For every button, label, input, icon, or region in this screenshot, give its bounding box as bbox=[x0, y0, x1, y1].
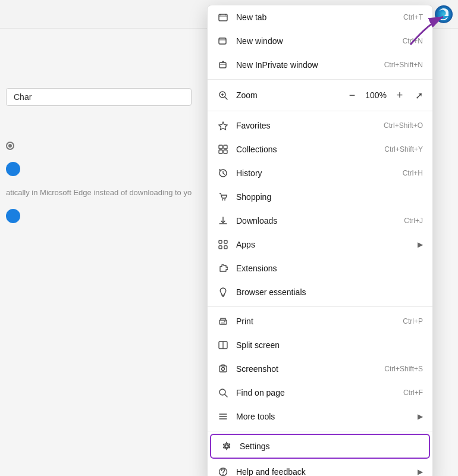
menu-item-favorites[interactable]: Favorites Ctrl+Shift+O bbox=[208, 114, 432, 137]
svg-rect-26 bbox=[224, 246, 227, 249]
divider-4 bbox=[208, 431, 432, 431]
zoom-label: Zoom bbox=[236, 90, 344, 100]
apps-label: Apps bbox=[236, 240, 413, 249]
svg-point-6 bbox=[435, 5, 453, 23]
help-arrow-icon: ▶ bbox=[418, 468, 423, 476]
menu-item-new-window[interactable]: New window Ctrl+N bbox=[208, 29, 432, 53]
history-icon bbox=[217, 167, 229, 179]
more-tools-label: More tools bbox=[236, 412, 413, 421]
zoom-plus-button[interactable]: + bbox=[391, 87, 408, 104]
help-icon bbox=[217, 466, 229, 476]
menu-item-split-screen[interactable]: Split screen bbox=[208, 333, 432, 357]
print-icon bbox=[217, 315, 229, 327]
menu-item-apps[interactable]: Apps ▶ bbox=[208, 233, 432, 256]
find-icon bbox=[217, 387, 229, 399]
svg-marker-15 bbox=[219, 122, 227, 130]
svg-rect-30 bbox=[221, 322, 225, 324]
blue-dot-2 bbox=[6, 209, 20, 223]
zoom-value: 100% bbox=[365, 90, 387, 100]
apps-icon bbox=[217, 239, 229, 250]
svg-rect-25 bbox=[219, 246, 222, 249]
shopping-icon bbox=[217, 191, 229, 203]
zoom-icon bbox=[217, 89, 229, 101]
menu-item-shopping[interactable]: Shopping bbox=[208, 185, 432, 209]
menu-item-inprivate[interactable]: New InPrivate window Ctrl+Shift+N bbox=[208, 53, 432, 77]
menu-item-new-tab[interactable]: New tab Ctrl+T bbox=[208, 5, 432, 29]
blue-dot-1 bbox=[6, 162, 20, 176]
svg-line-37 bbox=[225, 394, 227, 397]
svg-rect-16 bbox=[219, 145, 222, 149]
collections-shortcut: Ctrl+Shift+Y bbox=[384, 145, 423, 154]
menu-item-help[interactable]: Help and feedback ▶ bbox=[208, 460, 432, 476]
find-on-page-label: Find on page bbox=[236, 388, 394, 397]
more-tools-arrow-icon: ▶ bbox=[418, 412, 423, 421]
history-shortcut: Ctrl+H bbox=[403, 169, 423, 177]
menu-item-settings[interactable]: Settings bbox=[210, 434, 430, 459]
screenshot-label: Screenshot bbox=[236, 364, 375, 374]
collections-menu-icon bbox=[217, 143, 229, 155]
menu-item-more-tools[interactable]: More tools ▶ bbox=[208, 405, 432, 428]
zoom-row: Zoom − 100% + ➚ bbox=[208, 82, 432, 108]
favorites-label: Favorites bbox=[236, 121, 374, 130]
inprivate-shortcut: Ctrl+Shift+N bbox=[384, 61, 423, 69]
browser-essentials-icon bbox=[217, 286, 229, 298]
favorites-shortcut: Ctrl+Shift+O bbox=[384, 121, 423, 130]
svg-rect-9 bbox=[219, 38, 226, 44]
context-menu: New tab Ctrl+T New window Ctrl+N New InP… bbox=[207, 5, 433, 476]
svg-point-21 bbox=[222, 199, 223, 201]
svg-point-36 bbox=[219, 389, 225, 395]
downloads-shortcut: Ctrl+J bbox=[404, 217, 423, 225]
find-shortcut: Ctrl+F bbox=[403, 389, 423, 397]
help-label: Help and feedback bbox=[236, 467, 413, 476]
menu-item-extensions[interactable]: Extensions bbox=[208, 256, 432, 280]
menu-item-print[interactable]: Print Ctrl+P bbox=[208, 309, 432, 333]
new-tab-icon bbox=[217, 11, 229, 23]
svg-line-12 bbox=[225, 97, 227, 99]
content-description: atically in Microsoft Edge instead of do… bbox=[6, 188, 192, 197]
edge-logo bbox=[434, 5, 453, 24]
new-window-label: New window bbox=[236, 36, 393, 46]
settings-label: Settings bbox=[240, 441, 419, 451]
divider-1 bbox=[208, 79, 432, 80]
split-screen-icon bbox=[217, 339, 229, 351]
menu-item-downloads[interactable]: Downloads Ctrl+J bbox=[208, 209, 432, 233]
divider-3 bbox=[208, 306, 432, 307]
svg-rect-17 bbox=[224, 145, 227, 149]
svg-point-38 bbox=[225, 445, 228, 448]
zoom-controls: − 100% + ➚ bbox=[344, 87, 423, 104]
settings-menu-icon bbox=[221, 440, 233, 452]
new-window-icon bbox=[217, 35, 229, 47]
svg-rect-34 bbox=[219, 366, 227, 372]
zoom-expand-button[interactable]: ➚ bbox=[415, 90, 423, 101]
svg-rect-8 bbox=[219, 14, 227, 21]
menu-item-collections[interactable]: Collections Ctrl+Shift+Y bbox=[208, 137, 432, 161]
svg-rect-19 bbox=[224, 150, 227, 154]
zoom-minus-button[interactable]: − bbox=[344, 87, 360, 104]
menu-item-browser-essentials[interactable]: Browser essentials bbox=[208, 280, 432, 304]
inprivate-label: New InPrivate window bbox=[236, 60, 375, 70]
svg-rect-23 bbox=[219, 240, 222, 243]
new-window-shortcut: Ctrl+N bbox=[403, 37, 423, 45]
menu-item-screenshot[interactable]: Screenshot Ctrl+Shift+S bbox=[208, 357, 432, 381]
print-label: Print bbox=[236, 317, 393, 326]
extensions-icon bbox=[217, 262, 229, 274]
history-label: History bbox=[236, 168, 393, 178]
screenshot-icon bbox=[217, 363, 229, 375]
svg-point-40 bbox=[222, 474, 224, 475]
split-screen-label: Split screen bbox=[236, 340, 423, 350]
browser-essentials-label: Browser essentials bbox=[236, 287, 423, 297]
browser-background: ☆ ··· bbox=[0, 0, 458, 476]
divider-2 bbox=[208, 111, 432, 111]
svg-point-35 bbox=[222, 368, 225, 371]
svg-rect-18 bbox=[219, 150, 222, 154]
inprivate-icon bbox=[217, 59, 229, 71]
screenshot-shortcut: Ctrl+Shift+S bbox=[384, 365, 423, 373]
apps-arrow-icon: ▶ bbox=[418, 240, 423, 249]
collections-label: Collections bbox=[236, 145, 375, 154]
downloads-label: Downloads bbox=[236, 216, 394, 226]
menu-item-history[interactable]: History Ctrl+H bbox=[208, 161, 432, 185]
svg-rect-10 bbox=[219, 62, 226, 68]
downloads-icon bbox=[217, 215, 229, 227]
menu-item-find-on-page[interactable]: Find on page Ctrl+F bbox=[208, 381, 432, 405]
new-tab-label: New tab bbox=[236, 12, 394, 22]
